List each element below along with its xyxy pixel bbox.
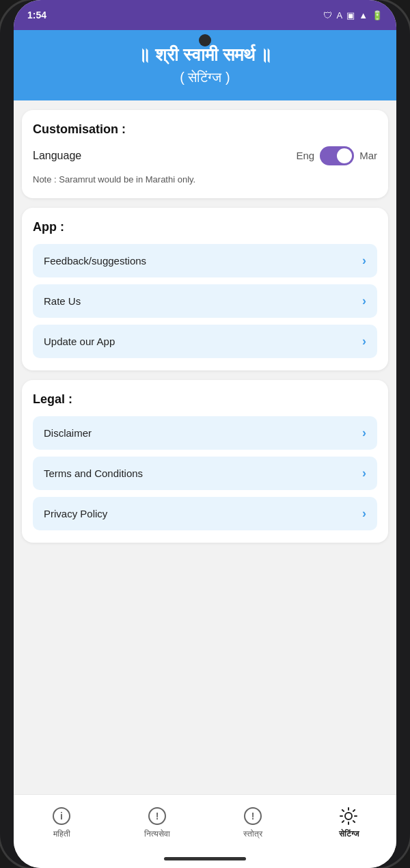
update-app-label: Update our App: [44, 336, 115, 347]
toggle-knob: [337, 148, 352, 163]
nityaseva-label: नित्यसेवा: [144, 829, 170, 839]
terms-item[interactable]: Terms and Conditions ›: [33, 457, 377, 490]
privacy-chevron: ›: [362, 506, 366, 521]
home-bar: [164, 857, 246, 860]
scroll-content: Customisation : Language Eng Mar Note : …: [14, 100, 396, 794]
terms-label: Terms and Conditions: [44, 467, 143, 479]
language-toggle-group: Eng Mar: [296, 146, 377, 165]
rate-us-item[interactable]: Rate Us ›: [33, 284, 377, 318]
mahiti-label: महिती: [53, 829, 70, 839]
status-icons: 🛡 A ▣ ▲ 🔋: [323, 10, 383, 21]
phone-shell: 1:54 🛡 A ▣ ▲ 🔋 ॥ श्री स्वामी समर्थ ॥ ( स…: [0, 0, 410, 868]
nityaseva-icon: !: [147, 806, 167, 826]
lang-mar: Mar: [359, 150, 377, 161]
settings-label: सेटिंग्ज: [339, 829, 359, 839]
svg-text:i: i: [60, 811, 63, 822]
home-indicator: [14, 849, 396, 868]
update-app-item[interactable]: Update our App ›: [33, 325, 377, 358]
legal-section-title: Legal :: [33, 392, 377, 407]
rate-us-chevron: ›: [362, 294, 366, 308]
app-section-title: App :: [33, 220, 377, 234]
settings-icon: [338, 806, 359, 826]
legal-card: Legal : Disclaimer › Terms and Condition…: [22, 380, 388, 543]
nav-settings[interactable]: सेटिंग्ज: [301, 806, 396, 839]
disclaimer-item[interactable]: Disclaimer ›: [33, 416, 377, 450]
language-toggle[interactable]: [320, 146, 354, 165]
shield-icon: 🛡: [323, 10, 332, 21]
customisation-title: Customisation :: [33, 122, 377, 137]
language-row: Language Eng Mar: [33, 146, 377, 165]
mahiti-icon: i: [51, 806, 72, 826]
a-icon: A: [336, 10, 342, 21]
app-title-marathi: ॥ श्री स्वामी समर्थ ॥: [25, 44, 385, 67]
camera-dot: [199, 34, 211, 46]
svg-text:!: !: [156, 811, 159, 822]
signal-icon: ▲: [359, 10, 368, 21]
phone-screen: 1:54 🛡 A ▣ ▲ 🔋 ॥ श्री स्वामी समर्थ ॥ ( स…: [14, 0, 396, 868]
rate-us-label: Rate Us: [44, 295, 81, 307]
customisation-card: Customisation : Language Eng Mar Note : …: [22, 110, 388, 198]
status-time: 1:54: [27, 10, 46, 21]
nav-stotra[interactable]: ! स्तोत्र: [205, 806, 301, 839]
feedback-chevron: ›: [362, 254, 366, 268]
note-text: Note : Saramrut would be in Marathi only…: [33, 174, 377, 186]
nav-nityaseva[interactable]: ! नित्यसेवा: [109, 806, 205, 839]
app-card: App : Feedback/suggestions › Rate Us › U…: [22, 208, 388, 370]
terms-chevron: ›: [362, 466, 366, 480]
disclaimer-chevron: ›: [362, 426, 366, 440]
bottom-nav: i महिती ! नित्यसेवा !: [14, 794, 396, 849]
status-bar: 1:54 🛡 A ▣ ▲ 🔋: [14, 0, 396, 30]
disclaimer-label: Disclaimer: [44, 427, 92, 439]
app-subtitle: ( सेटिंग्ज ): [25, 70, 385, 85]
feedback-item[interactable]: Feedback/suggestions ›: [33, 244, 377, 277]
svg-text:!: !: [251, 811, 255, 822]
stotra-icon: !: [243, 806, 263, 826]
lang-eng: Eng: [296, 150, 314, 161]
sim-icon: ▣: [346, 10, 355, 21]
privacy-item[interactable]: Privacy Policy ›: [33, 497, 377, 530]
privacy-label: Privacy Policy: [44, 508, 107, 519]
battery-icon: 🔋: [372, 10, 383, 21]
feedback-label: Feedback/suggestions: [44, 255, 146, 267]
language-label: Language: [33, 150, 81, 162]
stotra-label: स्तोत्र: [243, 829, 262, 839]
update-app-chevron: ›: [362, 334, 366, 349]
nav-mahiti[interactable]: i महिती: [14, 806, 109, 839]
